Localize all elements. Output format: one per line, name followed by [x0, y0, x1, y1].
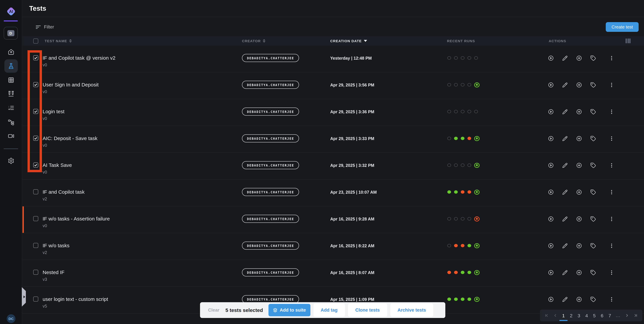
- page-number-5[interactable]: 5: [593, 313, 596, 318]
- test-name[interactable]: IF w/o tasks: [42, 243, 70, 248]
- archive-tests-button[interactable]: Archive tests: [390, 304, 434, 317]
- row-checkbox[interactable]: [33, 82, 38, 87]
- play-circle-icon[interactable]: [548, 55, 554, 61]
- table-row[interactable]: Nested IF v3 DEBADITYA.CHATTERJEE Apr 16…: [22, 260, 644, 287]
- kebab-menu-icon[interactable]: [609, 55, 614, 61]
- plus-circle-icon[interactable]: [576, 216, 582, 222]
- kebab-menu-icon[interactable]: [609, 189, 614, 195]
- test-name[interactable]: User Sign In and Deposit: [42, 82, 99, 87]
- workspace-selector[interactable]: D: [4, 27, 18, 39]
- add-to-suite-button[interactable]: Add to suite: [268, 304, 310, 316]
- kebab-menu-icon[interactable]: [609, 82, 614, 88]
- plus-circle-icon[interactable]: [576, 270, 582, 275]
- row-checkbox[interactable]: [33, 216, 38, 221]
- page-number-6[interactable]: 6: [600, 313, 604, 318]
- row-checkbox[interactable]: [33, 297, 38, 302]
- tag-icon[interactable]: [590, 162, 596, 168]
- plus-circle-icon[interactable]: [576, 82, 582, 88]
- plus-circle-icon[interactable]: [576, 55, 582, 61]
- tag-icon[interactable]: [590, 82, 596, 88]
- page-number-1[interactable]: 1: [562, 313, 565, 318]
- plus-circle-icon[interactable]: [576, 189, 582, 195]
- first-page-button[interactable]: [544, 313, 549, 318]
- tag-icon[interactable]: [590, 55, 596, 61]
- table-row[interactable]: AI Task Save v0 DEBADITYA.CHATTERJEE Apr…: [22, 153, 644, 179]
- table-row[interactable]: AIC: Deposit - Save task v0 DEBADITYA.CH…: [22, 126, 644, 153]
- kebab-menu-icon[interactable]: [609, 243, 614, 249]
- table-row[interactable]: IF and Copilot task v2 DEBADITYA.CHATTER…: [22, 179, 644, 206]
- pencil-icon[interactable]: [562, 55, 568, 61]
- page-number-4[interactable]: 4: [585, 313, 588, 318]
- kebab-menu-icon[interactable]: [609, 109, 614, 115]
- pencil-icon[interactable]: [562, 109, 568, 115]
- page-number-3[interactable]: 3: [577, 313, 580, 318]
- table-row[interactable]: IF and Copilot task @ version v2 v0 DEBA…: [22, 46, 644, 72]
- pencil-icon[interactable]: [562, 297, 568, 302]
- play-circle-icon[interactable]: [548, 109, 554, 115]
- tag-icon[interactable]: [590, 243, 596, 249]
- sidebar-item-settings[interactable]: [4, 154, 18, 167]
- play-circle-icon[interactable]: [548, 297, 554, 302]
- test-name[interactable]: user login text - custom script: [42, 296, 108, 302]
- tag-icon[interactable]: [590, 297, 596, 302]
- test-name[interactable]: IF and Copilot task @ version v2: [42, 55, 116, 61]
- sidebar-item-suites[interactable]: [4, 87, 18, 101]
- tag-icon[interactable]: [590, 189, 596, 195]
- play-circle-icon[interactable]: [548, 136, 554, 141]
- play-circle-icon[interactable]: [548, 216, 554, 222]
- clone-tests-button[interactable]: Clone tests: [348, 304, 387, 317]
- pencil-icon[interactable]: [562, 189, 568, 195]
- test-name[interactable]: AI Task Save: [42, 162, 72, 168]
- next-page-button[interactable]: [625, 313, 629, 318]
- test-name[interactable]: IF w/o tasks - Assertion failure: [42, 216, 110, 221]
- test-name[interactable]: IF and Copilot task: [42, 189, 84, 195]
- kebab-menu-icon[interactable]: [609, 270, 614, 275]
- column-settings-icon[interactable]: [626, 38, 630, 43]
- plus-circle-icon[interactable]: [576, 109, 582, 115]
- kebab-menu-icon[interactable]: [609, 136, 614, 141]
- row-checkbox[interactable]: [33, 270, 38, 275]
- add-tag-button[interactable]: Add tag: [313, 304, 345, 317]
- sidebar-item-runs[interactable]: [4, 101, 18, 115]
- sidebar-item-recordings[interactable]: [4, 129, 18, 143]
- sidebar-item-workflows[interactable]: [4, 116, 18, 129]
- row-checkbox[interactable]: [33, 55, 38, 60]
- prev-page-button[interactable]: [553, 313, 558, 318]
- page-number-7[interactable]: 7: [608, 313, 612, 318]
- plus-circle-icon[interactable]: [576, 136, 582, 141]
- column-creator[interactable]: CREATOR: [242, 36, 266, 46]
- row-checkbox[interactable]: [33, 136, 38, 141]
- play-circle-icon[interactable]: [548, 243, 554, 249]
- tag-icon[interactable]: [590, 109, 596, 115]
- pencil-icon[interactable]: [562, 216, 568, 222]
- table-row[interactable]: IF w/o tasks v2 DEBADITYA.CHATTERJEE Apr…: [22, 233, 644, 260]
- table-row[interactable]: Login test v0 DEBADITYA.CHATTERJEE Apr 2…: [22, 99, 644, 126]
- last-page-button[interactable]: [634, 313, 638, 318]
- play-circle-icon[interactable]: [548, 162, 554, 168]
- table-row[interactable]: IF w/o tasks - Assertion failure v0 DEBA…: [22, 206, 644, 233]
- row-checkbox[interactable]: [33, 162, 38, 167]
- sidebar-item-home[interactable]: [4, 45, 18, 59]
- kebab-menu-icon[interactable]: [609, 297, 614, 302]
- select-all-checkbox[interactable]: [33, 38, 38, 43]
- test-name[interactable]: Nested IF: [42, 269, 64, 275]
- page-number-2[interactable]: 2: [570, 313, 573, 318]
- plus-circle-icon[interactable]: [576, 243, 582, 249]
- test-name[interactable]: AIC: Deposit - Save task: [42, 135, 98, 141]
- tag-icon[interactable]: [590, 136, 596, 141]
- filter-button[interactable]: Filter: [36, 22, 54, 32]
- plus-circle-icon[interactable]: [576, 297, 582, 302]
- plus-circle-icon[interactable]: [576, 162, 582, 168]
- sidebar-item-tests[interactable]: [4, 59, 18, 73]
- column-test-name[interactable]: TEST NAME: [45, 36, 72, 46]
- tag-icon[interactable]: [590, 216, 596, 222]
- play-circle-icon[interactable]: [548, 189, 554, 195]
- test-name[interactable]: Login test: [42, 109, 64, 114]
- clear-selection-button[interactable]: Clear: [208, 308, 220, 313]
- tag-icon[interactable]: [590, 270, 596, 275]
- kebab-menu-icon[interactable]: [609, 162, 614, 168]
- pencil-icon[interactable]: [562, 136, 568, 141]
- table-row[interactable]: User Sign In and Deposit v0 DEBADITYA.CH…: [22, 72, 644, 99]
- row-checkbox[interactable]: [33, 189, 38, 194]
- pencil-icon[interactable]: [562, 82, 568, 88]
